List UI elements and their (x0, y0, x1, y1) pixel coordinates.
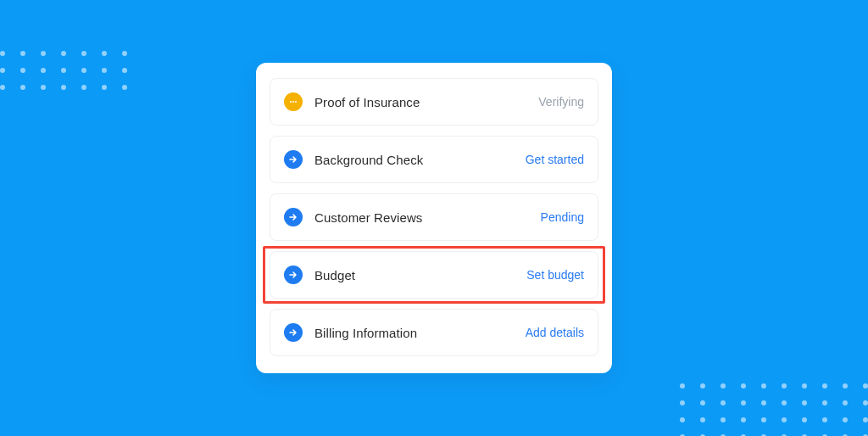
list-item[interactable]: Background Check Get started (270, 136, 598, 183)
item-label: Billing Information (314, 326, 526, 340)
svg-point-2 (295, 101, 297, 103)
list-item[interactable]: Billing Information Add details (270, 309, 598, 356)
arrow-right-icon (284, 150, 303, 169)
checklist: Proof of Insurance Verifying Background … (270, 78, 598, 356)
item-label: Proof of Insurance (314, 95, 538, 109)
checklist-card: Proof of Insurance Verifying Background … (256, 63, 612, 373)
list-item[interactable]: Customer Reviews Pending (270, 193, 598, 241)
svg-point-0 (290, 101, 292, 103)
item-label: Customer Reviews (314, 210, 541, 225)
item-action[interactable]: Add details (526, 326, 584, 339)
arrow-right-icon (284, 208, 303, 226)
ellipsis-icon (284, 92, 303, 111)
list-item[interactable]: Budget Set budget (270, 251, 598, 299)
svg-point-1 (292, 101, 294, 103)
item-action[interactable]: Get started (526, 153, 584, 166)
item-action[interactable]: Set budget (526, 268, 584, 282)
decor-dots-top-left (0, 51, 127, 90)
arrow-right-icon (284, 323, 303, 342)
item-label: Background Check (314, 153, 526, 167)
item-action[interactable]: Pending (541, 210, 584, 224)
decor-dots-bottom-right (680, 383, 868, 436)
list-item[interactable]: Proof of Insurance Verifying (270, 78, 598, 126)
item-label: Budget (314, 268, 526, 282)
arrow-right-icon (284, 266, 303, 284)
item-action: Verifying (538, 95, 584, 109)
